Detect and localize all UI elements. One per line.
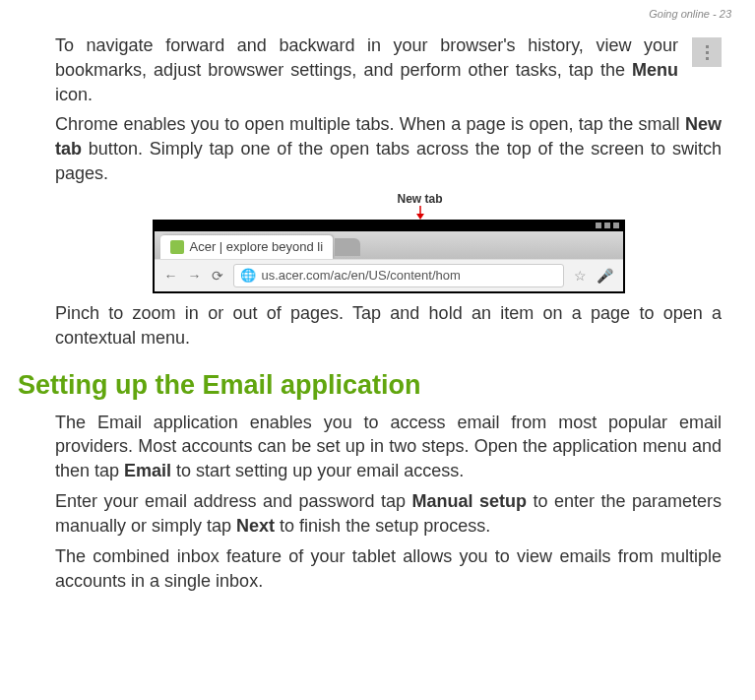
- bold-menu: Menu: [632, 60, 678, 80]
- text: icon.: [55, 85, 93, 104]
- reload-icon[interactable]: ⟳: [212, 268, 223, 284]
- vertical-dots-icon: [706, 45, 709, 60]
- new-tab-button[interactable]: [335, 238, 360, 256]
- url-field[interactable]: 🌐 us.acer.com/ac/en/US/content/hom: [233, 264, 564, 287]
- tab-strip: Acer | explore beyond li: [155, 231, 623, 259]
- text: to finish the setup process.: [275, 516, 490, 536]
- text: button. Simply tap one of the open tabs …: [55, 139, 722, 183]
- tab-title: Acer | explore beyond li: [190, 239, 324, 254]
- paragraph-email-setup: Enter your email address and password ta…: [55, 489, 722, 539]
- section-heading-email: Setting up the Email application: [18, 370, 722, 401]
- menu-icon: [692, 37, 722, 67]
- text: To navigate forward and backward in your…: [55, 35, 678, 80]
- bold-manual-setup: Manual setup: [412, 491, 528, 511]
- status-icon: [613, 223, 619, 228]
- back-icon[interactable]: ←: [164, 268, 178, 284]
- paragraph-browser-history: To navigate forward and backward in your…: [55, 33, 722, 106]
- figure-label: New tab: [184, 192, 657, 206]
- paragraph-combined-inbox: The combined inbox feature of your table…: [55, 544, 722, 594]
- text: Enter your email address and password ta…: [55, 491, 412, 511]
- text: Chrome enables you to open multiple tabs…: [55, 114, 685, 134]
- url-text: us.acer.com/ac/en/US/content/hom: [262, 268, 461, 283]
- mic-icon[interactable]: 🎤: [597, 268, 613, 284]
- url-bar: ← → ⟳ 🌐 us.acer.com/ac/en/US/content/hom…: [155, 259, 623, 291]
- status-icon: [604, 223, 610, 228]
- arrow-down-icon: [184, 206, 657, 220]
- favicon-icon: [170, 240, 184, 254]
- bold-next: Next: [236, 516, 275, 536]
- forward-icon[interactable]: →: [188, 268, 202, 284]
- browser-tab[interactable]: Acer | explore beyond li: [160, 235, 334, 259]
- paragraph-email-intro: The Email application enables you to acc…: [55, 411, 722, 483]
- paragraph-chrome-tabs: Chrome enables you to open multiple tabs…: [55, 112, 722, 185]
- globe-icon: 🌐: [240, 268, 256, 283]
- status-icon: [596, 223, 601, 228]
- star-icon[interactable]: ☆: [574, 268, 587, 284]
- svg-marker-1: [416, 214, 424, 220]
- bold-email: Email: [124, 461, 171, 480]
- page-header: Going online - 23: [649, 8, 731, 20]
- paragraph-pinch-zoom: Pinch to zoom in or out of pages. Tap an…: [55, 301, 722, 350]
- figure-browser-tabs: New tab Acer | explore beyond li: [153, 192, 625, 293]
- device-status-bar: [155, 222, 623, 231]
- browser-mockup: Acer | explore beyond li ← → ⟳ 🌐 us.acer…: [153, 220, 625, 293]
- text: to start setting up your email access.: [171, 461, 464, 480]
